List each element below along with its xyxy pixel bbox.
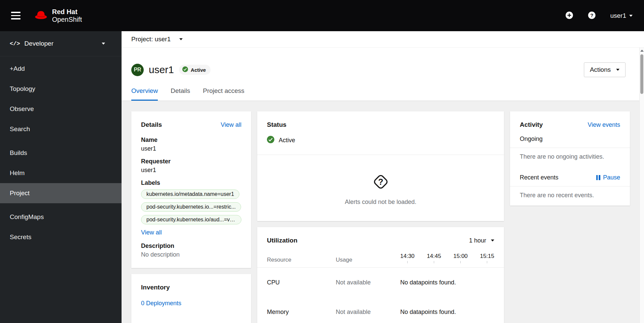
tab-details[interactable]: Details [171,87,190,101]
openshift-console: Red Hat OpenShift ? user1 [0,0,644,323]
inventory-card: Inventory 0 Deployments [131,274,251,323]
check-circle-icon [267,136,274,145]
label-chip: pod-security.kubernetes.io...=restric... [141,202,241,212]
scroll-up-arrow-icon[interactable] [640,50,644,52]
resource-name: Memory [267,309,336,316]
brand-line2: OpenShift [52,16,82,23]
usage-column-header: Usage [336,257,400,263]
brand-text: Red Hat OpenShift [52,8,82,23]
alerts-empty-state: ? Alerts could not be loaded. [257,155,504,221]
sidebar-item-add[interactable]: +Add [0,59,122,79]
resource-usage: Not available [336,309,400,316]
utilization-header-row: Resource Usage 14:30 14:45 15:00 15:15 [257,244,504,267]
left-column: Details View all Name user1 Req [131,111,251,323]
svg-text:?: ? [590,12,593,18]
nav-toggle-hamburger-icon[interactable] [10,10,22,21]
project-status-text: Active [279,137,295,144]
ongoing-empty-text: There are no ongoing activities. [510,148,630,167]
sidebar-item-secrets[interactable]: Secrets [0,227,122,247]
pause-icon [596,175,600,180]
inventory-card-title: Inventory [141,284,170,291]
labels-view-all-link[interactable]: View all [141,229,162,236]
tabs: Overview Details Project access [122,77,644,101]
svg-text:?: ? [378,177,383,186]
masthead: Red Hat OpenShift ? user1 [0,0,644,31]
labels-list: kubernetes.io/metadata.name=user1 pod-se… [141,190,241,224]
tab-overview[interactable]: Overview [131,87,158,101]
labels-label: Labels [141,179,241,186]
sidebar-item-observe[interactable]: Observe [0,99,122,119]
status-card: Status Active [257,111,504,221]
status-card-title: Status [267,121,286,128]
activity-card: Activity View events Ongoing There are n… [510,111,630,206]
masthead-toolbar: ? user1 [565,11,633,20]
status-badge-label: Active [191,67,206,73]
sidebar-item-project[interactable]: Project [0,183,122,203]
caret-down-icon [179,38,183,40]
duration-select[interactable]: 1 hour [469,237,494,244]
time-tick: 15:00 [453,253,468,263]
recent-events-label: Recent events [520,174,558,181]
sidebar-item-builds[interactable]: Builds [0,143,122,163]
actions-label: Actions [590,66,611,73]
alerts-empty-text: Alerts could not be loaded. [345,199,416,206]
check-circle-icon [182,66,188,73]
time-tick: 15:15 [480,253,494,263]
tab-project-access[interactable]: Project access [203,87,244,101]
title-row: PR user1 Active Actions [122,48,644,77]
brand-logo[interactable]: Red Hat OpenShift [34,8,82,23]
page-header: PR user1 Active Actions [122,48,644,101]
caret-down-icon [616,69,619,71]
resource-datapoints: No datapoints found. [400,309,494,316]
add-button[interactable] [565,11,573,20]
time-tick: 14:30 [400,253,415,263]
name-value: user1 [141,145,241,152]
label-chip: kubernetes.io/metadata.name=user1 [141,190,239,199]
scrollbar-track[interactable] [639,48,644,323]
sidebar-item-helm[interactable]: Helm [0,163,122,183]
project-bar: Project: user1 [122,31,644,48]
help-button[interactable]: ? [588,11,596,20]
pause-label: Pause [603,174,620,181]
center-column: Status Active [257,111,504,323]
details-card: Details View all Name user1 Req [131,111,251,268]
activity-card-title: Activity [520,121,543,128]
details-view-all-link[interactable]: View all [221,121,241,128]
duration-value: 1 hour [469,237,486,244]
perspective-switcher[interactable]: </> Developer [0,31,122,56]
code-icon: </> [10,41,20,47]
scroll-region: PR user1 Active Actions [122,48,644,323]
pause-events-button[interactable]: Pause [596,174,620,181]
redhat-fedora-icon [34,10,48,21]
actions-dropdown[interactable]: Actions [584,62,626,77]
utilization-row-cpu: CPU Not available No datapoints found. [257,268,504,297]
sidebar-item-topology[interactable]: Topology [0,79,122,99]
main-area: Project: user1 PR user1 Active [122,31,644,323]
resource-usage: Not available [336,279,400,286]
deployments-link[interactable]: 0 Deployments [141,300,181,307]
sidebar-item-configmaps[interactable]: ConfigMaps [0,207,122,227]
utilization-card-title: Utilization [267,237,297,244]
project-selector[interactable]: Project: user1 [131,36,183,43]
time-tick: 14:45 [427,253,441,263]
ongoing-section-header: Ongoing [510,128,630,148]
view-events-link[interactable]: View events [588,121,620,128]
label-chip: pod-security.kubernetes.io/aud...=v1... [141,215,241,224]
unknown-question-icon: ? [371,172,390,193]
name-label: Name [141,137,241,144]
utilization-row-memory: Memory Not available No datapoints found… [257,297,504,323]
recent-events-section-header: Recent events Pause [510,167,630,186]
details-card-title: Details [141,121,162,128]
ongoing-label: Ongoing [520,136,543,143]
resource-column-header: Resource [267,257,336,263]
scrollbar-thumb[interactable] [640,54,643,94]
shell: </> Developer +Add Topology Observe Sear… [0,31,644,323]
user-menu[interactable]: user1 [610,12,633,19]
dashboard-grid: Details View all Name user1 Req [131,111,630,323]
sidebar-item-search[interactable]: Search [0,119,122,139]
sidebar-nav: +Add Topology Observe Search Builds Helm… [0,56,122,247]
perspective-label: Developer [25,40,54,47]
utilization-card: Utilization 1 hour Resource Usage [257,227,504,323]
resource-name: CPU [267,279,336,286]
details-body: Name user1 Requester user1 Labels [131,128,251,268]
